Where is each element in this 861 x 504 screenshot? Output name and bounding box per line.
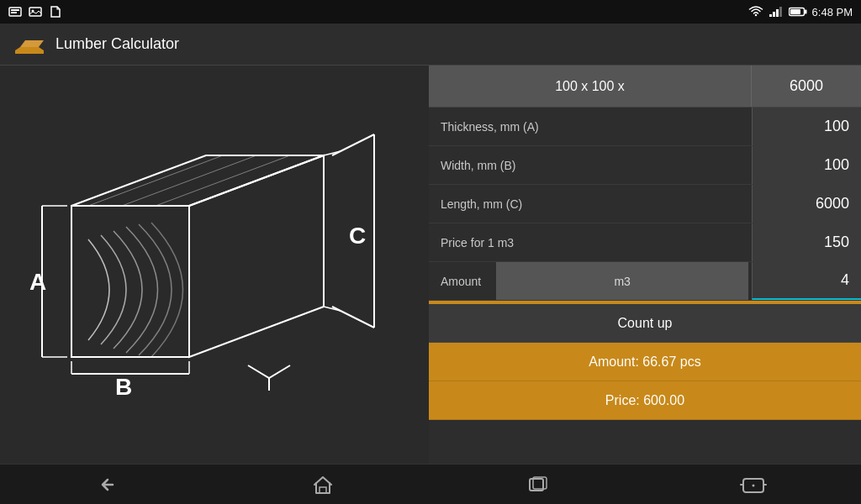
svg-line-20 <box>156 155 290 206</box>
bottom-nav <box>0 464 861 504</box>
signal-icon <box>769 6 784 18</box>
svg-text:C: C <box>349 223 366 249</box>
svg-line-19 <box>122 155 256 206</box>
svg-rect-5 <box>769 14 772 17</box>
battery-icon <box>789 7 807 17</box>
svg-marker-13 <box>20 40 44 47</box>
price-label: Price for 1 m3 <box>429 236 752 249</box>
dimension-label[interactable]: 100 x 100 x <box>429 66 752 107</box>
lumber-diagram: A B C <box>21 122 408 407</box>
svg-text:B: B <box>115 374 132 400</box>
dimension-length[interactable]: 6000 <box>752 66 861 107</box>
svg-rect-7 <box>776 9 779 17</box>
status-icons-right: 6:48 PM <box>748 6 853 18</box>
screenshot-icon <box>740 474 767 496</box>
length-value[interactable]: 6000 <box>752 185 861 223</box>
price-row: Price for 1 m3 150 <box>429 223 861 262</box>
photo-icon <box>29 6 42 18</box>
thickness-row: Thickness, mm (A) 100 <box>429 108 861 146</box>
width-row: Width, mm (B) 100 <box>429 146 861 185</box>
notification-icon <box>8 6 22 18</box>
time-display: 6:48 PM <box>812 6 853 18</box>
file-icon <box>49 6 62 18</box>
thickness-label: Thickness, mm (A) <box>429 120 752 134</box>
result-price: Price: 600.00 <box>429 381 861 420</box>
status-bar: 6:48 PM <box>0 0 861 24</box>
amount-label: Amount <box>429 275 493 288</box>
dimension-header-row: 100 x 100 x 6000 <box>429 66 861 108</box>
width-label: Width, mm (B) <box>429 159 752 172</box>
thickness-value[interactable]: 100 <box>752 108 861 145</box>
app-header: Lumber Calculator <box>0 24 861 66</box>
svg-rect-11 <box>790 9 800 14</box>
amount-row: Amount m3 4 <box>429 262 861 301</box>
price-value[interactable]: 150 <box>752 223 861 261</box>
back-button[interactable] <box>82 470 133 500</box>
length-row: Length, mm (C) 6000 <box>429 185 861 223</box>
svg-text:A: A <box>29 269 46 295</box>
svg-line-18 <box>88 155 223 206</box>
main-content: A B C 100 x 100 x 6000 <box>0 66 861 464</box>
recent-icon <box>526 475 550 495</box>
recent-button[interactable] <box>513 470 563 500</box>
svg-rect-1 <box>11 9 19 11</box>
svg-rect-6 <box>773 12 775 17</box>
controls-panel: 100 x 100 x 6000 Thickness, mm (A) 100 W… <box>429 66 861 464</box>
length-label: Length, mm (C) <box>429 197 752 211</box>
svg-point-42 <box>753 484 755 486</box>
svg-rect-36 <box>320 487 326 493</box>
svg-rect-2 <box>11 12 17 13</box>
svg-rect-10 <box>805 10 807 14</box>
wifi-icon <box>748 6 763 18</box>
back-icon <box>96 475 119 494</box>
lumber-icon <box>13 35 44 54</box>
home-button[interactable] <box>298 470 348 500</box>
svg-rect-8 <box>779 7 782 17</box>
count-up-button[interactable]: Count up <box>429 304 861 343</box>
amount-value[interactable]: 4 <box>752 262 861 300</box>
amount-unit[interactable]: m3 <box>496 262 748 300</box>
width-value[interactable]: 100 <box>752 146 861 184</box>
home-icon <box>311 475 335 495</box>
diagram-panel: A B C <box>0 66 429 464</box>
svg-marker-12 <box>15 47 44 54</box>
status-icons-left <box>8 6 62 18</box>
result-amount: Amount: 66.67 pcs <box>429 343 861 381</box>
screenshot-button[interactable] <box>728 470 779 500</box>
app-title: Lumber Calculator <box>55 35 179 53</box>
